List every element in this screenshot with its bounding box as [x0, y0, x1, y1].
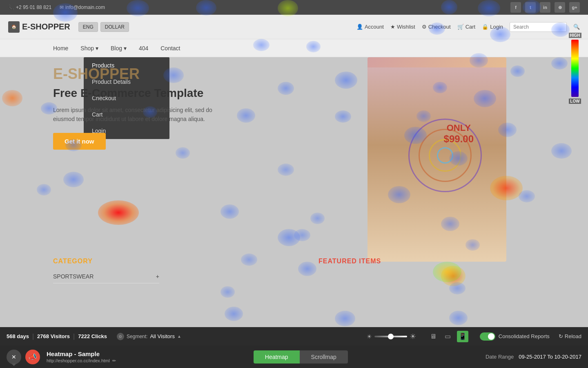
brightness-low-icon: ☀ — [367, 333, 372, 340]
reload-button[interactable]: ↻ Reload — [559, 333, 581, 339]
consolidated-toggle: Consolidated Reports — [480, 332, 550, 341]
nav-home[interactable]: Home — [53, 45, 68, 52]
nav-404[interactable]: 404 — [139, 45, 148, 52]
brightness-control: ☀ ☀ — [367, 332, 416, 341]
wishlist-link[interactable]: ★ Wishlist — [390, 24, 415, 30]
phone-item: 📞 +2 95 01 88 821 — [8, 4, 51, 10]
stat-sep-2: | — [73, 333, 75, 340]
price-only-label: ONLY — [444, 123, 474, 133]
view-tabs: Heatmap Scrollmap — [254, 350, 348, 364]
tablet-device-button[interactable]: ▭ — [442, 331, 454, 342]
email-icon: ✉ — [60, 4, 64, 10]
instagram-icon[interactable]: ⊕ — [555, 2, 565, 13]
close-panel-button[interactable]: ✕ — [7, 350, 21, 364]
cart-link[interactable]: 🛒 Cart — [457, 24, 476, 30]
days-value: 568 days — [7, 333, 29, 339]
currency-button[interactable]: DOLLAR — [100, 22, 129, 32]
features-section: FEATURED ITEMS — [318, 258, 381, 265]
cart-icon: 🛒 — [457, 24, 464, 30]
checkout-icon: ⚙ — [422, 24, 427, 30]
page-title: Heatmap - Sample — [47, 350, 116, 357]
sub-footer: ✕ 📣 Heatmap - Sample http://eshopper.co.… — [0, 346, 588, 368]
page-info: Heatmap - Sample http://eshopper.co.cc/i… — [47, 350, 116, 364]
heatmap-tab[interactable]: Heatmap — [254, 350, 300, 364]
category-plus-icon: + — [156, 273, 159, 280]
device-icons: 🖥 ▭ 📱 — [428, 331, 468, 342]
hero-title: Free E-Commerce Template — [53, 87, 233, 100]
category-sportswear[interactable]: SPORTSWEAR + — [53, 270, 159, 283]
reload-label: Reload — [565, 333, 581, 339]
segment-control: ⊙ Segment: All Visitors ▲ — [117, 333, 181, 340]
language-button[interactable]: ENG — [78, 22, 98, 32]
site-header: 🏠 E-SHOPPER ENG DOLLAR 👤 Account ★ Wishl… — [0, 15, 588, 39]
segment-value[interactable]: All Visitors — [150, 333, 174, 339]
edit-url-icon[interactable]: ✏ — [112, 358, 116, 364]
twitter-icon[interactable]: t — [525, 2, 536, 13]
page-url-text: http://eshopper.co.cc/index.html — [47, 358, 110, 363]
reload-icon: ↻ — [559, 333, 563, 339]
hero-brand: E-SHOPPER — [53, 65, 233, 83]
segment-label: Segment: — [127, 334, 147, 339]
page-url-container: http://eshopper.co.cc/index.html ✏ — [47, 358, 116, 364]
nav-blog[interactable]: Blog ▾ — [111, 45, 127, 52]
consolidated-switch[interactable] — [480, 332, 495, 341]
clicks-value: 7222 Clicks — [78, 333, 107, 339]
brightness-slider[interactable] — [374, 336, 407, 337]
arrow-down-icon — [11, 364, 16, 366]
segment-dropdown-arrow[interactable]: ▲ — [177, 334, 181, 339]
brightness-high-icon: ☀ — [410, 332, 416, 341]
hero-text: E-SHOPPER Free E-Commerce Template Lorem… — [53, 65, 233, 150]
login-label: Login — [490, 24, 503, 30]
legend-high-label: HIGH — [569, 33, 581, 38]
checkout-label: Checkout — [428, 24, 451, 30]
login-link[interactable]: 🔒 Login — [482, 24, 503, 30]
checkout-link[interactable]: ⚙ Checkout — [422, 24, 451, 30]
account-link[interactable]: 👤 Account — [356, 24, 384, 30]
category-title: CATEGORY — [53, 258, 159, 265]
nav-contact[interactable]: Contact — [160, 45, 180, 52]
date-range-info: Date Range 09-25-2017 To 10-20-2017 — [486, 354, 581, 360]
visitors-stat: 2768 Visitors — [37, 333, 70, 339]
logo-icon: 🏠 — [8, 21, 20, 33]
legend-gradient — [571, 40, 579, 97]
consolidated-label: Consolidated Reports — [499, 333, 550, 339]
record-button[interactable]: 📣 — [25, 350, 40, 364]
scrollmap-tab[interactable]: Scrollmap — [300, 350, 348, 364]
mobile-device-button[interactable]: 📱 — [457, 331, 468, 342]
visitors-value: 2768 Visitors — [37, 333, 70, 339]
top-bar-left: 📞 +2 95 01 88 821 ✉ info@domain.com — [8, 4, 105, 10]
account-label: Account — [365, 24, 384, 30]
days-stat: 568 days — [7, 333, 29, 339]
clicks-stat: 7222 Clicks — [78, 333, 107, 339]
site-nav: Home Shop ▾ Blog ▾ 404 Contact — [0, 39, 588, 57]
search-icon[interactable]: 🔍 — [573, 24, 580, 30]
features-title: FEATURED ITEMS — [318, 258, 381, 265]
segment-icon: ⊙ — [117, 333, 124, 340]
wishlist-icon: ★ — [390, 24, 395, 30]
wishlist-label: Wishlist — [397, 24, 415, 30]
bottom-toolbar: 568 days | 2768 Visitors | 7222 Clicks ⊙… — [0, 327, 588, 346]
price-badge: ONLY $99.00 — [444, 123, 474, 145]
heatmap-container: 📞 +2 95 01 88 821 ✉ info@domain.com f t … — [0, 0, 588, 343]
account-icon: 👤 — [356, 24, 363, 30]
nav-shop[interactable]: Shop ▾ — [80, 45, 98, 52]
desktop-device-button[interactable]: 🖥 — [428, 331, 439, 342]
stat-sep-1: | — [32, 333, 34, 340]
top-bar-right: f t in ⊕ g+ — [510, 2, 580, 13]
date-range-label: Date Range — [486, 354, 514, 360]
toggle-knob — [488, 333, 494, 340]
search-input[interactable] — [510, 22, 567, 32]
get-it-now-button[interactable]: Get it now — [53, 133, 106, 150]
header-nav: 👤 Account ★ Wishlist ⚙ Checkout 🛒 Cart 🔒… — [356, 22, 580, 32]
heatmap-legend: HIGH LOW — [570, 33, 580, 106]
site-logo: 🏠 E-SHOPPER — [8, 21, 70, 33]
phone-icon: 📞 — [8, 4, 14, 10]
legend-low-label: LOW — [569, 99, 581, 104]
email-item: ✉ info@domain.com — [60, 4, 105, 10]
top-bar: 📞 +2 95 01 88 821 ✉ info@domain.com f t … — [0, 0, 588, 15]
cart-label: Cart — [466, 24, 476, 30]
googleplus-icon[interactable]: g+ — [569, 2, 580, 13]
hero-description: Lorem ipsum dolor sit amet, consectetur … — [53, 105, 233, 124]
facebook-icon[interactable]: f — [510, 2, 521, 13]
linkedin-icon[interactable]: in — [540, 2, 550, 13]
